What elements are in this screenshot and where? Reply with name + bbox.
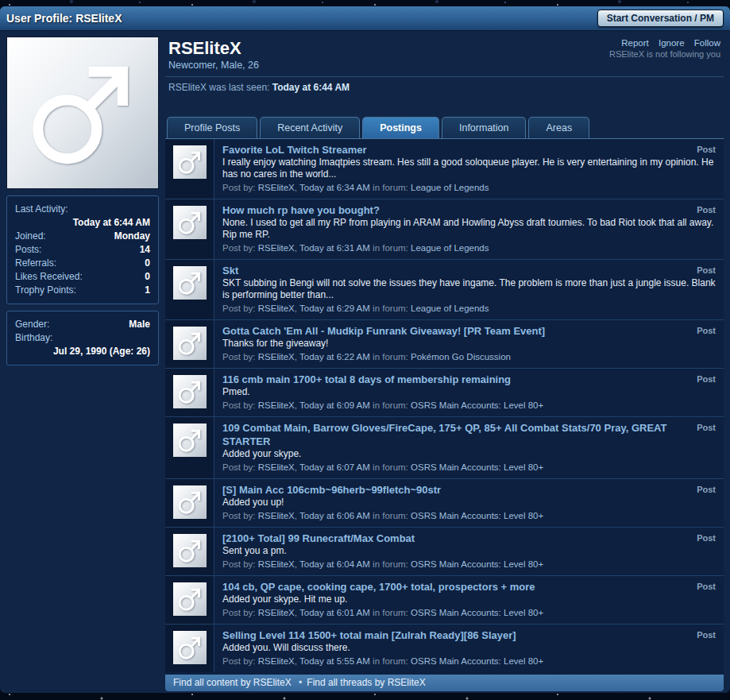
post-meta-prefix: Post by: [222,243,256,253]
post-author-avatar[interactable] [172,630,207,665]
post-forum-link[interactable]: OSRS Main Accounts: Level 80+ [411,400,543,410]
post-meta-prefix: Post by: [222,352,256,362]
post-forum-link[interactable]: OSRS Main Accounts: Level 80+ [411,511,543,520]
post-content: Post [S] Main Acc 106cmb~96herb~99fletch… [214,479,724,527]
post-author-avatar[interactable] [172,423,207,458]
post-time-link[interactable]: Today at 6:22 AM [299,352,370,362]
post-forum-link[interactable]: Pokémon Go Discussion [411,352,511,362]
post-title-link[interactable]: [2100+ Total] 99 Runecraft/Max Combat [222,532,716,545]
post-author-link[interactable]: RSEliteX [258,462,295,472]
post-author-link[interactable]: RSEliteX [258,511,295,520]
profile-action-link[interactable]: Report [621,38,649,48]
post-time-link[interactable]: Today at 5:55 AM [299,656,370,666]
post-title-link[interactable]: Skt [222,264,716,277]
post-type-badge: Post [697,580,716,594]
post-author-link[interactable]: RSEliteX [258,304,295,313]
post-avatar-cell [165,320,214,368]
stat-row: Trophy Points: 1 [15,284,150,297]
footer-link[interactable]: Find all content by RSEliteX [173,677,292,688]
post-author-link[interactable]: RSEliteX [258,352,295,362]
tab[interactable]: Profile Posts [167,117,257,138]
about-panel: Gender: Male Birthday: Jul 29, 1990 (Age… [6,311,159,365]
post-avatar-cell [165,260,214,319]
profile-subtitle: Newcomer, Male, 26 [168,60,259,71]
post-author-avatar[interactable] [172,533,207,568]
post-row: Post Favorite LoL Twitch Streamer I real… [165,139,724,199]
post-author-link[interactable]: RSEliteX [258,183,295,192]
post-author-avatar[interactable] [172,326,207,361]
post-time-link[interactable]: Today at 6:31 AM [299,243,370,253]
footer-link[interactable]: Find all threads by RSEliteX [307,677,425,688]
post-forum-link[interactable]: OSRS Main Accounts: Level 80+ [411,608,543,617]
post-row: Post [S] Main Acc 106cmb~96herb~99fletch… [165,478,724,527]
post-body-snippet: Added your skype. [222,448,716,460]
profile-identity: RSEliteX Newcomer, Male, 26 [168,38,259,71]
post-content: Post Selling Level 114 1500+ total main … [214,625,724,672]
post-author-link[interactable]: RSEliteX [258,559,295,569]
post-time-link[interactable]: Today at 6:01 AM [299,608,370,617]
post-forum-link[interactable]: League of Legends [411,183,489,192]
post-author-avatar[interactable] [172,582,207,617]
post-title-link[interactable]: How much rp have you bought? [222,203,716,217]
page-frame: User Profile: RSEliteX Start Conversatio… [0,6,730,693]
meta-comma: , [295,304,297,313]
post-type-badge: Post [697,203,716,217]
male-gender-icon [24,54,141,172]
post-content: Post How much rp have you bought? None. … [214,199,724,259]
post-forum-link[interactable]: League of Legends [411,243,489,253]
post-time-link[interactable]: Today at 6:07 AM [299,462,370,472]
post-time-link[interactable]: Today at 6:09 AM [299,400,370,410]
last-seen-label: RSEliteX was last seen: [168,82,269,93]
post-title-link[interactable]: Selling Level 114 1500+ total main [Zulr… [222,628,716,642]
meta-comma: , [295,352,297,362]
post-author-link[interactable]: RSEliteX [258,400,295,410]
tab[interactable]: Areas [528,117,589,138]
post-row: Post 104 cb, QP cape, cooking cape, 1700… [165,575,724,624]
post-time-link[interactable]: Today at 6:29 AM [299,304,370,313]
post-forum-link[interactable]: OSRS Main Accounts: Level 80+ [411,559,543,569]
post-meta-prefix: Post by: [222,656,256,666]
post-title-link[interactable]: [S] Main Acc 106cmb~96herb~99fletch~90st… [222,483,716,497]
tab[interactable]: Information [442,117,527,138]
post-time-link[interactable]: Today at 6:06 AM [299,511,370,520]
post-author-avatar[interactable] [172,205,207,240]
post-author-link[interactable]: RSEliteX [258,656,295,666]
post-forum-link[interactable]: OSRS Main Accounts: Level 80+ [411,656,543,666]
post-author-link[interactable]: RSEliteX [258,243,295,253]
post-title-link[interactable]: 116 cmb main 1700+ total 8 days of membe… [222,373,716,386]
profile-sidebar: Last Activity: Today at 6:44 AM Joined: … [6,37,159,691]
post-title-link[interactable]: 109 Combat Main, Barrow Gloves/FireCape,… [222,421,716,448]
post-type-badge: Post [697,324,716,338]
post-time-link[interactable]: Today at 6:04 AM [299,559,370,569]
post-forum-link[interactable]: OSRS Main Accounts: Level 80+ [411,462,543,472]
post-author-avatar[interactable] [172,374,207,409]
post-meta-prefix: Post by: [222,511,256,520]
post-title-link[interactable]: Favorite LoL Twitch Streamer [222,143,716,157]
profile-action-link[interactable]: Follow [694,38,720,48]
post-forum-link[interactable]: League of Legends [411,304,489,313]
last-seen-value[interactable]: Today at 6:44 AM [272,82,350,93]
post-author-avatar[interactable] [172,145,207,180]
tab[interactable]: Postings [362,117,439,138]
profile-avatar[interactable] [6,37,159,189]
post-forum-label: in forum: [373,400,408,410]
profile-header-right: Report Ignore Follow RSEliteX is not fol… [609,38,720,71]
post-forum-label: in forum: [373,183,408,192]
stat-row: Gender: Male [15,318,150,331]
stat-label: Likes Received: [15,270,83,284]
post-time-link[interactable]: Today at 6:34 AM [299,183,370,192]
post-author-avatar[interactable] [172,485,207,520]
profile-tabs: Profile Posts Recent Activity Postings I… [165,117,724,138]
stat-row: Referrals: 0 [15,257,150,270]
profile-action-link[interactable]: Ignore [659,38,685,48]
post-title-link[interactable]: 104 cb, QP cape, cooking cape, 1700+ tot… [222,580,716,594]
start-conversation-button[interactable]: Start Conversation / PM [597,10,724,27]
male-gender-icon [176,149,203,176]
tab[interactable]: Recent Activity [260,117,360,138]
post-title-link[interactable]: Gotta Catch 'Em All - Mudkip Funrank Giv… [222,324,716,338]
post-author-avatar[interactable] [172,265,207,300]
post-body-snippet: Sent you a pm. [222,545,716,557]
post-author-link[interactable]: RSEliteX [258,608,295,617]
post-meta-prefix: Post by: [222,559,256,569]
meta-comma: , [295,400,297,410]
